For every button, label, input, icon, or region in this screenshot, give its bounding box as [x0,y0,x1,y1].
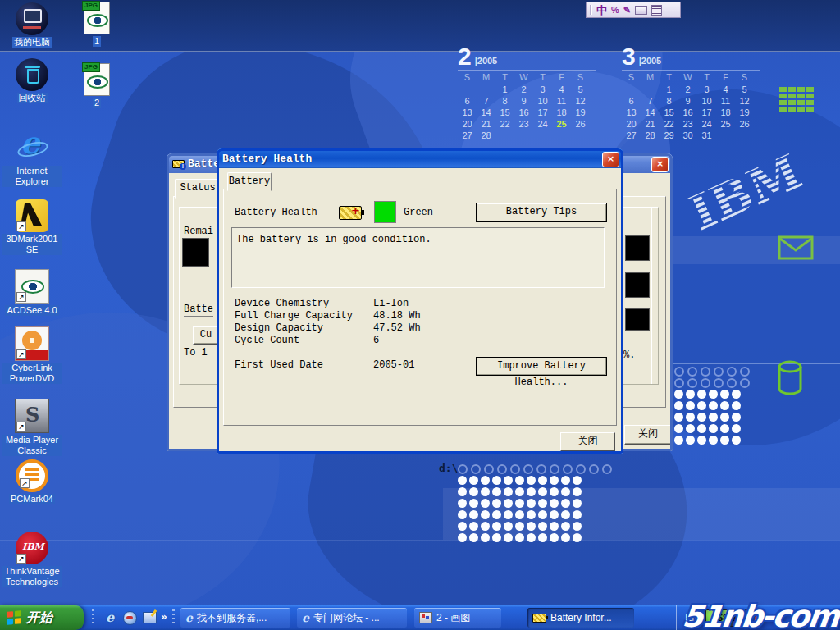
dot [504,476,513,485]
quicklaunch-show-desktop[interactable] [141,609,158,627]
jpg-badge: JPG [82,62,100,72]
jpg-file-icon: JPG [84,2,110,34]
calendar-day: 20 [458,119,477,130]
desktop-icon-pcmark04[interactable]: ↗ PCMark04 [2,459,62,504]
dot-ring [576,464,586,474]
taskbar-window-forum[interactable]: e 专门网论坛 - ... [297,608,407,628]
desktop-icon-recycle-bin[interactable]: 回收站 [2,58,62,103]
battery-gauge-cell [182,238,209,267]
calendar-day: 5 [735,84,754,96]
dot [674,390,683,399]
calendar-day: 26 [735,119,754,130]
to-text-fragment: To i [184,347,208,358]
improve-battery-health-button[interactable]: Improve Battery Health... [476,357,607,376]
taskbar-window-battery-information[interactable]: Battery Infor... [527,608,634,628]
calendar-day: 3 [533,84,552,96]
taskbar-window-server-not-found[interactable]: e 找不到服务器,... [180,608,290,628]
icon-label: Media Player Classic [2,435,62,456]
dot [504,522,513,531]
dialog-title-bar[interactable]: Battery Health [217,148,623,168]
wallpaper-line [0,540,840,541]
current-button-fragment[interactable]: Cu [193,326,218,345]
dot [550,522,559,531]
desktop-icon-jpg-2[interactable]: JPG 2 [72,63,121,108]
dot [573,510,582,519]
dot [515,533,524,542]
quicklaunch-ie[interactable]: e [102,609,118,627]
calendar-day: 18 [716,107,735,119]
desktop-icon-thinkvantage[interactable]: ↗ ThinkVantage Technologies [2,532,62,587]
ime-language-bar[interactable]: 中 % ✎ [586,2,681,18]
ime-keyboard-icon[interactable] [635,6,647,15]
dialog-close-button[interactable]: × [602,152,619,167]
taskbar-window-paint[interactable]: 2 - 画图 [414,608,501,628]
ime-pen-icon[interactable]: ✎ [623,6,631,15]
shortcut-arrow-icon: ↗ [16,422,26,431]
dot-ring [458,464,468,474]
detail-label: Cycle Count [235,335,373,346]
ime-grip[interactable] [590,5,592,15]
calendar-day: 5 [571,84,590,96]
calendar-day: 29 [660,130,678,142]
calendar-day: 24 [533,119,552,130]
quicklaunch-app[interactable] [121,609,138,627]
calendar-day: 15 [495,107,514,119]
desktop-icon-internet-explorer[interactable]: Internet Explorer [2,131,62,187]
dot [720,401,729,410]
calendar-grid: SMTWTFS123456789101112131415161718192021… [458,72,596,142]
dialog-close-button-bottom[interactable]: 关闭 [560,432,615,451]
ime-menu-icon[interactable] [651,5,662,16]
start-button[interactable]: 开始 [0,605,84,630]
dot-ring [484,464,494,474]
calendar-day: 11 [716,96,735,107]
calendar-day: 14 [477,107,495,119]
bg-close-button[interactable]: × [651,157,669,172]
desktop-icon-powerdvd[interactable]: ↗ CyberLink PowerDVD [2,326,62,384]
dot [550,533,559,542]
dot [469,476,478,485]
battery-tips-button[interactable]: Battery Tips [476,203,607,222]
bg-groupbox-edge [651,207,651,384]
dot [573,522,582,531]
icon-label: 回收站 [17,93,48,103]
calendar-month: 2 [458,46,472,67]
calendar-day: 2 [678,84,697,96]
tab-status[interactable]: Status [175,179,221,199]
desktop-icon-3dmark2001[interactable]: ↗ 3DMark2001 SE [2,199,62,255]
acdsee-icon: ↗ [15,269,49,304]
icon-label: ThinkVantage Technologies [2,566,62,587]
dot [504,487,513,496]
tab-battery[interactable]: Battery [227,172,272,191]
dot-ring [550,464,559,474]
dot [538,499,547,508]
window-title: 2 - 画图 [436,611,470,625]
desktop-icon-media-player-classic[interactable]: ↗ Media Player Classic [2,399,62,456]
dot-row [456,521,614,532]
dot-ring [497,464,507,474]
calendar-day: 11 [552,96,571,107]
calendar-weekday: S [622,72,641,84]
ime-chinese-indicator[interactable]: 中 [596,5,607,16]
dot-row [673,377,751,389]
dot [458,533,467,542]
dot-row [673,389,751,400]
dot-ring [536,464,546,474]
ime-width-mode-icon[interactable]: % [611,6,619,15]
calendar-day: 10 [533,96,552,107]
wallpaper-band [673,236,840,264]
detail-value: 2005-01 [373,359,414,371]
dot [561,522,570,531]
desktop-icon-my-computer[interactable]: 我的电脑 [2,2,62,48]
quicklaunch-more-chevron[interactable]: » [161,611,167,623]
desktop-icon-jpg-1[interactable]: JPG 1 [72,2,121,47]
desktop-icon-acdsee[interactable]: ↗ ACDSee 4.0 [2,269,62,316]
dot [492,487,501,496]
dot [561,487,570,496]
dot [697,436,706,445]
calendar-day [716,130,735,142]
dot [458,522,467,531]
calendar-day: 7 [641,96,660,107]
calendar-day: 25 [552,119,571,130]
bg-close-button-bottom[interactable]: 关闭 [624,425,672,445]
calendar-day: 23 [514,119,533,130]
